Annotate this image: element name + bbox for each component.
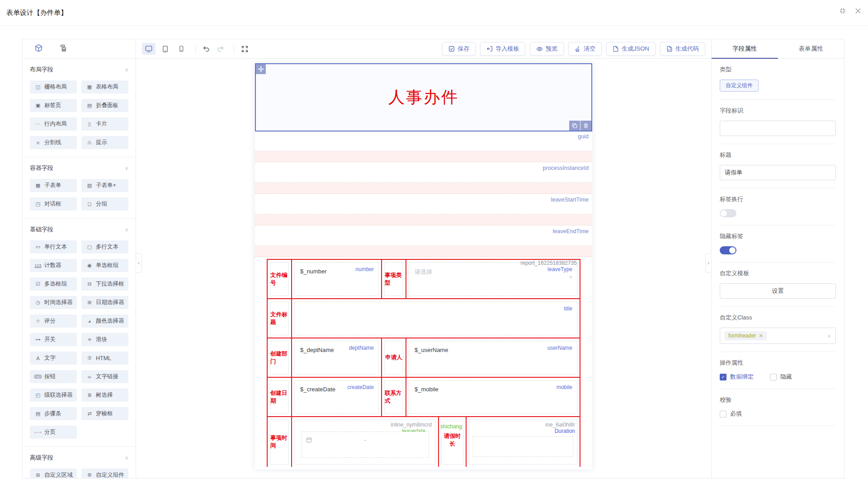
generate-code-button[interactable]: 生成代码 <box>660 42 705 56</box>
delete-component-button[interactable] <box>580 121 591 131</box>
palette-item[interactable]: ◰级联选择器 <box>30 389 77 402</box>
group-container-header[interactable]: 容器字段 ∨ <box>30 164 128 172</box>
palette-item[interactable]: A文字 <box>30 352 77 365</box>
palette-item[interactable]: ⋯行内布局 <box>30 117 77 131</box>
palette-item[interactable]: ☑多选框组 <box>30 277 77 291</box>
device-phone-button[interactable] <box>175 43 188 55</box>
palette-item[interactable]: ▤步骤条 <box>30 407 77 420</box>
palette-item[interactable]: ⑤HTML <box>81 352 128 365</box>
palette-item[interactable]: ◫栅格布局 <box>30 80 77 94</box>
hidden-field-placeholder[interactable] <box>255 246 592 257</box>
field-cell[interactable]: $_deptNamedeptName <box>292 338 382 377</box>
type-tag[interactable]: 自定义组件 <box>720 80 759 92</box>
palette-item[interactable]: ⊞日期选择器 <box>81 296 128 309</box>
palette-item[interactable]: ◕颜色选择器 <box>81 314 128 328</box>
copy-component-button[interactable] <box>569 121 580 131</box>
field-cell[interactable]: $_numbernumber <box>292 260 382 298</box>
palette-item[interactable]: ☆评分 <box>30 314 77 328</box>
palette-item[interactable]: ≑滑块 <box>81 333 128 346</box>
fullscreen-button[interactable] <box>239 43 250 55</box>
date-range-picker[interactable]: - <box>301 432 429 458</box>
palette-item[interactable]: 123计数器 <box>30 259 77 272</box>
hide-label-toggle[interactable] <box>720 246 736 254</box>
palette-item[interactable]: ◷时间选择器 <box>30 296 77 309</box>
hidden-field-placeholder[interactable] <box>255 183 592 194</box>
palette-item[interactable]: ≡分割线 <box>30 136 77 149</box>
palette-item[interactable]: ▯卡片 <box>81 117 128 131</box>
palette-item[interactable]: ▢多行文本 <box>81 240 128 253</box>
components-cube-icon[interactable] <box>34 44 43 54</box>
palette-item[interactable]: ▭单行文本 <box>30 240 77 253</box>
inline-layout-icon: ⋯ <box>34 121 42 127</box>
palette-item[interactable]: ⚠提示 <box>81 136 128 149</box>
duration-cell[interactable]: ine_6ai0h8lr Duration <box>467 417 580 467</box>
group-advanced-header[interactable]: 高级字段 ∨ <box>30 454 128 462</box>
rate-icon: ☆ <box>34 318 42 324</box>
date-range-cell[interactable]: inline_nym8mcrd leavedate - <box>292 417 439 467</box>
tab-form-properties[interactable]: 表单属性 <box>778 39 844 58</box>
form-header-component[interactable]: ✛ 人事办件 <box>255 63 592 131</box>
device-desktop-button[interactable] <box>142 43 156 55</box>
field-cell[interactable]: $_mobilemobile <box>406 378 580 416</box>
radio-icon: ◉ <box>85 263 94 268</box>
report-table-tag: report_1622518382735 <box>520 260 577 266</box>
hidden-field-row[interactable]: leaveStartTime <box>255 195 592 214</box>
palette-item[interactable]: ⊞自定义区域 <box>30 469 77 478</box>
palette-item[interactable]: ◉单选框组 <box>81 259 128 272</box>
custom-class-select[interactable]: formheader✕ ∨ <box>720 328 836 344</box>
hidden-field-row[interactable]: leaveEndTime <box>255 226 592 246</box>
group-layout-header[interactable]: 布局字段 ∨ <box>30 66 128 74</box>
hidden-field-row[interactable]: guid <box>255 131 592 151</box>
label-wrap-toggle[interactable] <box>720 209 736 217</box>
generate-json-button[interactable]: 生成JSON <box>606 42 656 56</box>
group-basic-header[interactable]: 基础字段 ∨ <box>30 225 128 234</box>
hidden-field-placeholder[interactable] <box>255 214 592 225</box>
field-tag: leaveStartTime <box>551 197 589 203</box>
collapse-right-panel-handle[interactable]: › <box>705 253 711 273</box>
remove-tag-icon[interactable]: ✕ <box>759 333 763 339</box>
palette-item[interactable]: ◻分组 <box>81 197 128 211</box>
outline-tree-icon[interactable] <box>59 44 67 54</box>
duration-field[interactable] <box>473 436 573 457</box>
group-container: 容器字段 ∨ ▦子表单 ▧子表单+ ◳对话框 ◻分组 <box>30 157 128 219</box>
required-checkbox[interactable]: 必填 <box>720 410 742 418</box>
hidden-field-placeholder[interactable] <box>255 151 592 162</box>
field-id-input[interactable] <box>720 121 836 136</box>
save-button[interactable]: 保存 <box>442 42 476 56</box>
palette-item[interactable]: ⊶开关 <box>30 333 77 346</box>
palette-item[interactable]: ▦子表单 <box>30 179 77 192</box>
clear-button[interactable]: 清空 <box>568 42 602 56</box>
palette-item[interactable]: ⇄穿梭框 <box>81 407 128 420</box>
preview-button[interactable]: 预览 <box>530 42 564 56</box>
hidden-field-row[interactable]: processInstanceId <box>255 163 592 183</box>
palette-item[interactable]: BTN按钮 <box>30 370 77 383</box>
palette-item[interactable]: ‹⋯›分页 <box>30 426 77 439</box>
palette-item[interactable]: ▦表格布局 <box>81 80 128 94</box>
device-tablet-button[interactable] <box>158 43 172 55</box>
compress-icon[interactable] <box>839 7 846 16</box>
report-table-component[interactable]: report_1622518382735 文件编号 $_numbernumber… <box>267 259 580 467</box>
collapse-left-panel-handle[interactable]: ‹ <box>136 253 142 273</box>
palette-item[interactable]: ◳对话框 <box>30 197 77 211</box>
redo-button[interactable] <box>215 43 226 55</box>
palette-item[interactable]: ▧子表单+ <box>81 179 128 192</box>
close-icon[interactable] <box>854 7 862 16</box>
title-input[interactable] <box>720 165 836 180</box>
move-handle-icon[interactable]: ✛ <box>256 64 266 74</box>
field-cell[interactable]: $_userNameuserName <box>406 338 580 377</box>
design-canvas[interactable]: ‹ › ✛ 人事办件 guid processInstanceId leav <box>136 59 711 478</box>
palette-item[interactable]: ≣树选择 <box>81 389 128 402</box>
data-binding-checkbox[interactable]: ✓数据绑定 <box>720 373 754 381</box>
undo-button[interactable] <box>200 43 212 55</box>
palette-item[interactable]: ⚙自定义组件 <box>81 469 128 478</box>
palette-item[interactable]: ▣标签页 <box>30 99 77 112</box>
palette-item[interactable]: ⊟下拉选择框 <box>81 277 128 291</box>
palette-item[interactable]: ∞文字链接 <box>81 370 128 383</box>
field-cell[interactable]: $_createDatecreateDate <box>292 378 382 416</box>
hidden-checkbox[interactable]: 隐藏 <box>770 373 792 381</box>
field-cell[interactable]: title <box>292 299 580 338</box>
custom-template-settings-button[interactable]: 设置 <box>720 283 836 299</box>
palette-item[interactable]: ▤折叠面板 <box>81 99 128 112</box>
import-template-button[interactable]: 导入模板 <box>480 42 525 56</box>
tab-field-properties[interactable]: 字段属性 <box>712 39 778 58</box>
